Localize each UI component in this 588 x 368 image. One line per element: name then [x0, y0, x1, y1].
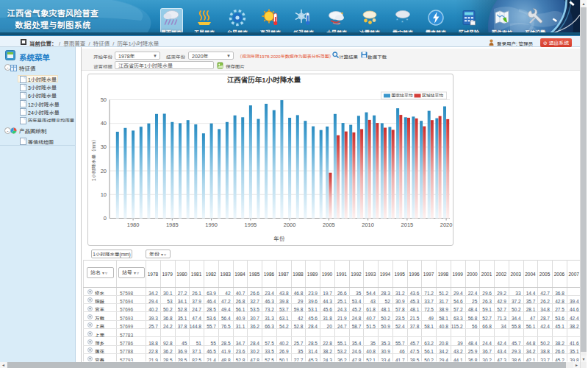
svg-text:江西省历年1小时降水量: 江西省历年1小时降水量 — [227, 74, 301, 85]
svg-text:20: 20 — [101, 166, 107, 174]
svg-text:1985: 1985 — [166, 220, 179, 228]
svg-text:区域站平均: 区域站平均 — [422, 92, 443, 99]
svg-text:2020: 2020 — [440, 220, 453, 228]
svg-text:50: 50 — [101, 95, 107, 103]
svg-text:2000: 2000 — [284, 220, 296, 228]
svg-text:2015: 2015 — [401, 220, 414, 228]
svg-text:1980: 1980 — [127, 220, 140, 228]
svg-text:*: * — [406, 16, 409, 24]
svg-text:*: * — [401, 18, 404, 26]
svg-text:40: 40 — [101, 118, 107, 127]
svg-text:*: * — [396, 16, 398, 24]
svg-text:国家站平均: 国家站平均 — [392, 92, 413, 99]
svg-text:0: 0 — [104, 213, 107, 222]
svg-text:1990: 1990 — [205, 220, 218, 228]
svg-text:2010: 2010 — [362, 220, 374, 228]
svg-text:10: 10 — [101, 190, 107, 198]
svg-text:1小时降水量（mm）: 1小时降水量（mm） — [90, 137, 97, 181]
svg-text:1995: 1995 — [245, 220, 257, 228]
svg-text:年份: 年份 — [274, 234, 285, 242]
svg-text:30: 30 — [101, 142, 107, 150]
svg-text:2005: 2005 — [323, 220, 335, 228]
